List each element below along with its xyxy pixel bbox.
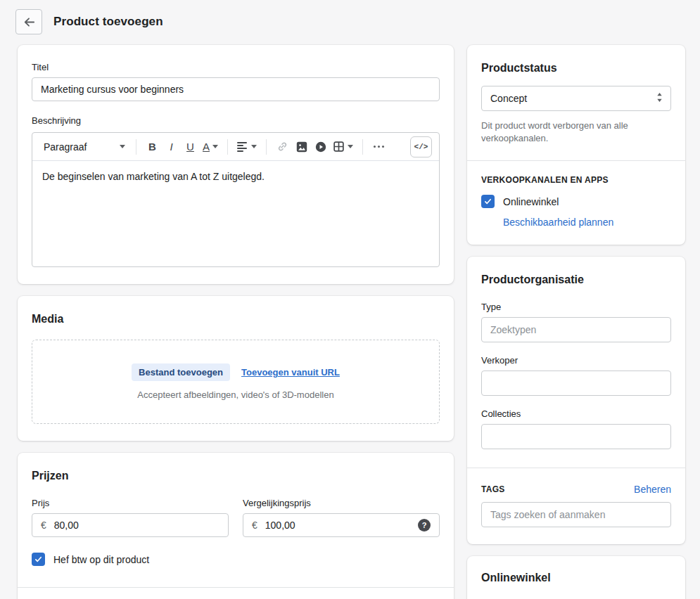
compare-price-field: Vergelijkingsprijs € ?	[243, 498, 440, 537]
checkbox-checked-icon	[481, 195, 495, 208]
add-from-url-link[interactable]: Toevoegen vanuit URL	[241, 367, 340, 378]
title-input[interactable]	[32, 77, 440, 101]
alignment-button[interactable]	[234, 137, 260, 157]
price-input[interactable]	[54, 520, 219, 531]
price-field: Prijs €	[32, 498, 229, 537]
italic-button[interactable]: I	[162, 137, 181, 157]
price-label: Prijs	[32, 498, 229, 509]
insert-video-button[interactable]	[311, 137, 330, 157]
editor-toolbar: Paragraaf B I U A	[32, 133, 439, 161]
collections-label: Collecties	[481, 408, 671, 420]
toolbar-divider	[136, 139, 136, 155]
select-updown-icon	[656, 93, 663, 104]
tags-input[interactable]	[481, 502, 671, 527]
status-select[interactable]: Concept	[481, 86, 671, 111]
align-left-icon	[237, 142, 248, 152]
pricing-card: Prijzen Prijs € Vergelijkingsprijs	[18, 453, 454, 599]
collections-input[interactable]	[481, 424, 671, 449]
online-store-channel-row[interactable]: Onlinewinkel	[481, 195, 671, 208]
rich-text-editor: Paragraaf B I U A	[32, 132, 440, 267]
type-input[interactable]	[481, 317, 671, 342]
page-title: Product toevoegen	[53, 15, 163, 29]
media-card: Media Bestand toevoegen Toevoegen vanuit…	[18, 296, 454, 441]
content: Titel Beschrijving Paragraaf B I U	[0, 45, 700, 599]
arrow-left-icon	[23, 15, 36, 29]
online-store-card: Onlinewinkel	[467, 556, 685, 599]
more-formatting-button[interactable]	[369, 137, 388, 157]
paragraph-style-label: Paragraaf	[44, 141, 87, 153]
tax-checkbox-label: Hef btw op dit product	[53, 554, 149, 565]
insert-image-button[interactable]	[292, 137, 311, 157]
compare-price-label: Vergelijkingsprijs	[243, 498, 440, 509]
chevron-down-icon	[212, 145, 218, 148]
paragraph-style-dropdown[interactable]: Paragraaf	[44, 141, 125, 153]
product-organization-title: Productorganisatie	[481, 273, 671, 286]
price-input-wrap: €	[32, 513, 229, 537]
italic-icon: I	[170, 141, 172, 153]
description-editor-body[interactable]: De beginselen van marketing van A tot Z …	[32, 161, 439, 266]
media-hint: Accepteert afbeeldingen, video's of 3D-m…	[137, 389, 333, 400]
chevron-down-icon	[251, 145, 257, 148]
online-store-channel-label: Onlinewinkel	[503, 196, 559, 207]
type-label: Type	[481, 302, 671, 313]
code-icon: </>	[414, 143, 428, 151]
tax-checkbox-row[interactable]: Hef btw op dit product	[32, 553, 440, 566]
description-label: Beschrijving	[32, 115, 440, 127]
underline-icon: U	[186, 141, 194, 153]
compare-price-input-wrap: € ?	[243, 513, 440, 537]
online-store-title: Onlinewinkel	[481, 572, 671, 584]
link-icon	[276, 141, 288, 153]
collections-field: Collecties	[481, 408, 671, 449]
text-color-button[interactable]: A	[200, 137, 221, 157]
status-selected-value: Concept	[490, 93, 527, 104]
currency-symbol: €	[252, 520, 257, 531]
schedule-availability-link[interactable]: Beschikbaarheid plannen	[503, 217, 671, 228]
vendor-input[interactable]	[481, 371, 671, 396]
sidebar-column: Productstatus Concept Dit product wordt …	[467, 45, 685, 599]
compare-price-input[interactable]	[265, 520, 410, 531]
sales-channels-heading: VERKOOPKANALEN EN APPS	[481, 175, 671, 185]
pricing-card-continued	[18, 588, 454, 599]
link-button[interactable]	[273, 137, 292, 157]
vendor-label: Verkoper	[481, 355, 671, 366]
page-header: Product toevoegen	[0, 0, 700, 45]
type-field: Type	[481, 302, 671, 342]
vendor-field: Verkoper	[481, 355, 671, 396]
tags-heading: TAGS	[481, 484, 505, 494]
image-icon	[295, 141, 308, 153]
toolbar-divider	[266, 139, 267, 155]
show-html-button[interactable]: </>	[410, 136, 432, 157]
more-options-icon	[374, 146, 384, 148]
product-organization-card: Productorganisatie Type Verkoper Collect…	[467, 257, 685, 544]
currency-symbol: €	[41, 520, 46, 531]
manage-tags-link[interactable]: Beheren	[634, 484, 671, 495]
checkbox-checked-icon	[32, 553, 45, 566]
product-status-card: Productstatus Concept Dit product wordt …	[467, 45, 685, 245]
chevron-down-icon	[348, 145, 353, 148]
title-description-card: Titel Beschrijving Paragraaf B I U	[18, 45, 454, 284]
bold-icon: B	[148, 141, 156, 153]
video-play-icon	[314, 141, 327, 153]
back-button[interactable]	[15, 9, 42, 34]
insert-table-button[interactable]	[330, 137, 356, 157]
product-status-title: Productstatus	[481, 62, 671, 75]
toolbar-divider	[227, 139, 228, 155]
media-card-title: Media	[32, 313, 440, 326]
table-icon	[333, 141, 345, 153]
help-icon[interactable]: ?	[418, 519, 431, 532]
bold-button[interactable]: B	[143, 137, 162, 157]
text-color-icon: A	[203, 141, 210, 153]
media-dropzone[interactable]: Bestand toevoegen Toevoegen vanuit URL A…	[32, 340, 440, 424]
product-add-page: Product toevoegen Titel Beschrijving Par…	[0, 0, 700, 599]
pricing-card-title: Prijzen	[32, 470, 440, 482]
toolbar-divider	[362, 139, 363, 155]
title-label: Titel	[32, 62, 440, 73]
status-help-text: Dit product wordt verborgen van alle ver…	[481, 120, 671, 145]
chevron-down-icon	[120, 145, 125, 148]
underline-button[interactable]: U	[181, 137, 200, 157]
add-file-button[interactable]: Bestand toevoegen	[132, 363, 230, 381]
main-column: Titel Beschrijving Paragraaf B I U	[18, 45, 454, 599]
